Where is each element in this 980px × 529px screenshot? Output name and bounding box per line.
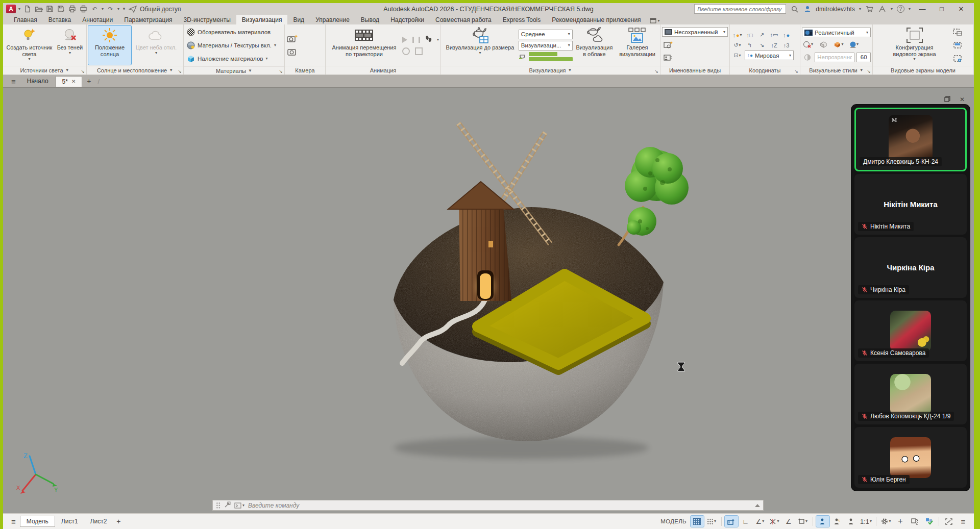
create-camera-button[interactable]: [286, 33, 299, 44]
view-manager-button[interactable]: [662, 52, 674, 63]
panel-footer-camera[interactable]: Камера: [285, 66, 325, 74]
maximize-button[interactable]: □: [934, 5, 949, 13]
dialog-launcher-icon[interactable]: ↘: [178, 69, 182, 74]
tab-3d-instrumenty[interactable]: 3D-инструменты: [178, 15, 236, 24]
workspace-gear-icon[interactable]: ▾: [879, 516, 893, 527]
annotation-scale-icon[interactable]: [845, 516, 858, 527]
dialog-launcher-icon[interactable]: ↘: [794, 69, 798, 74]
tab-rekomendovannye[interactable]: Рекомендованные приложения: [546, 15, 646, 24]
viewport-named-button[interactable]: [951, 27, 964, 38]
tab-annotacii[interactable]: Аннотации: [77, 15, 118, 24]
tab-express-tools[interactable]: Express Tools: [497, 15, 546, 24]
search-icon[interactable]: [790, 5, 799, 13]
drawing-viewport[interactable]: Z X Y ✕ M Дмитро Клевжиць 5-КН-24 Нікіті…: [3, 88, 974, 513]
command-input[interactable]: Введите команду: [248, 502, 299, 509]
ucs-world-button[interactable]: ↑●: [780, 30, 792, 40]
app-logo-icon[interactable]: A: [6, 5, 16, 13]
no-shadows-button[interactable]: Без теней▾: [55, 26, 85, 65]
panel-footer-visual-styles[interactable]: Визуальные стили▼ ↘: [800, 66, 872, 74]
participant-tile[interactable]: Юлія Берген: [854, 427, 967, 488]
dynamic-input-icon[interactable]: [725, 516, 738, 527]
isolate-objects-icon[interactable]: [908, 516, 921, 527]
participant-tile[interactable]: Ксенія Самоварова: [854, 300, 967, 361]
save-as-icon[interactable]: [57, 5, 65, 13]
clean-screen-icon[interactable]: [942, 516, 955, 527]
ucs-origin-button[interactable]: ↗: [756, 30, 768, 40]
user-icon[interactable]: [803, 5, 812, 13]
participant-tile[interactable]: Любов Коломоєць КД-24 1/9: [854, 364, 967, 424]
command-history-expand-icon[interactable]: [755, 504, 760, 507]
file-tab-start[interactable]: Начало: [21, 76, 55, 86]
tab-glavnaya[interactable]: Главная: [8, 15, 43, 24]
status-customize-icon[interactable]: ≡: [957, 516, 970, 527]
ucs-object-button[interactable]: ↘: [756, 40, 768, 50]
walk-fly-caret-icon[interactable]: ▾: [437, 38, 439, 42]
ucs-zaxis-button[interactable]: ↑Z: [768, 40, 780, 50]
plot-icon[interactable]: [68, 5, 77, 13]
grid-toggle-icon[interactable]: [691, 516, 704, 527]
qat-customize-caret-icon[interactable]: ▼: [122, 7, 126, 11]
annotation-autoscale-icon[interactable]: [830, 516, 844, 527]
panel-footer-viewports[interactable]: Видовые экраны модели: [873, 66, 973, 74]
ucs-show-icon-button[interactable]: ⊡▾: [731, 51, 743, 60]
textures-cube-icon[interactable]: ▾: [832, 39, 845, 50]
no-material-sphere-icon[interactable]: ▾: [802, 39, 814, 50]
shadows-sphere-icon[interactable]: ▾: [848, 39, 860, 50]
file-tab-current[interactable]: 5*✕: [56, 76, 83, 87]
undo-icon[interactable]: ↶: [90, 5, 99, 13]
ortho-toggle-icon[interactable]: ∟: [739, 516, 752, 527]
ucs-previous-button[interactable]: ↰: [744, 40, 755, 50]
panel-footer-render[interactable]: Визуализация▼ ↘: [441, 66, 660, 74]
autodesk-caret-icon[interactable]: ▾: [891, 7, 893, 11]
command-line-grip[interactable]: [216, 502, 220, 509]
ucs-x-rotate-button[interactable]: ↺▾: [731, 40, 743, 50]
ucs-view-button[interactable]: ↑▭: [768, 30, 780, 40]
opacity-icon[interactable]: [802, 52, 813, 63]
panel-footer-coordinates[interactable]: Координаты ↘: [730, 66, 800, 74]
layout-tab-list2[interactable]: Лист2: [84, 516, 113, 526]
render-output-size-select[interactable]: Визуализаци...▾: [519, 41, 573, 51]
ucs-icon-button[interactable]: ↑●▾: [731, 30, 743, 40]
share-label[interactable]: Общий доступ: [140, 6, 181, 13]
search-input[interactable]: [694, 4, 786, 14]
render-gallery-button[interactable]: Галерея визуализации: [616, 26, 658, 65]
customization-plus-icon[interactable]: +: [894, 516, 907, 527]
show-cameras-button[interactable]: [286, 46, 299, 58]
open-file-icon[interactable]: [34, 5, 43, 13]
new-file-tab-button[interactable]: +: [83, 77, 94, 85]
panel-footer-sun[interactable]: Солнце и местоположение▼ ↘: [87, 66, 183, 74]
named-view-select[interactable]: Несохраненный▾: [662, 27, 728, 37]
ribbon-display-toggle-icon[interactable]: ▾: [650, 18, 660, 24]
viewport-join-button[interactable]: [951, 40, 964, 51]
material-browser-button[interactable]: Обозреватель материалов: [185, 26, 272, 39]
layout-tab-model[interactable]: Модель: [20, 516, 55, 527]
new-layout-button[interactable]: +: [113, 517, 124, 525]
tab-upravlenie[interactable]: Управление: [310, 15, 355, 24]
edge-style-icon[interactable]: [817, 39, 829, 50]
save-icon[interactable]: [45, 5, 54, 13]
model-space-toggle[interactable]: МОДЕЛЬ: [657, 516, 690, 527]
walk-fly-icon[interactable]: [425, 35, 432, 44]
new-file-icon[interactable]: [23, 5, 32, 13]
new-view-button[interactable]: [662, 39, 674, 50]
participant-tile[interactable]: M Дмитро Клевжиць 5-КН-24: [854, 108, 967, 171]
panel-footer-lights[interactable]: Источники света▼ ↘: [3, 66, 86, 74]
viewport-configuration-button[interactable]: Конфигурация видового экрана▾: [883, 26, 946, 65]
panel-footer-animation[interactable]: Анимация: [326, 66, 440, 74]
osnap-icon[interactable]: ▾: [796, 516, 810, 527]
record-animation-icon[interactable]: [402, 47, 410, 55]
participant-tile[interactable]: Чиркіна Кіра Чиркіна Кіра: [854, 237, 967, 298]
stop-animation-icon[interactable]: [415, 47, 423, 55]
close-file-tab-icon[interactable]: ✕: [71, 79, 76, 84]
create-light-button[interactable]: Создать источник света▾: [5, 26, 54, 65]
ucs-3point-button[interactable]: ↑3: [780, 40, 792, 50]
polar-tracking-icon[interactable]: ∠▾: [753, 516, 767, 527]
layout-tab-list1[interactable]: Лист1: [55, 516, 84, 526]
command-line[interactable]: ▾ Введите команду: [212, 500, 764, 511]
panel-footer-named-views[interactable]: Именованные виды: [660, 66, 729, 74]
autodesk-app-icon[interactable]: [878, 5, 887, 13]
minimize-button[interactable]: —: [915, 5, 930, 13]
ucs-select[interactable]: ↑●Мировая▾: [745, 51, 794, 60]
palette-restore-icon[interactable]: [944, 96, 950, 104]
app-menu-caret-icon[interactable]: ▾: [18, 7, 20, 11]
